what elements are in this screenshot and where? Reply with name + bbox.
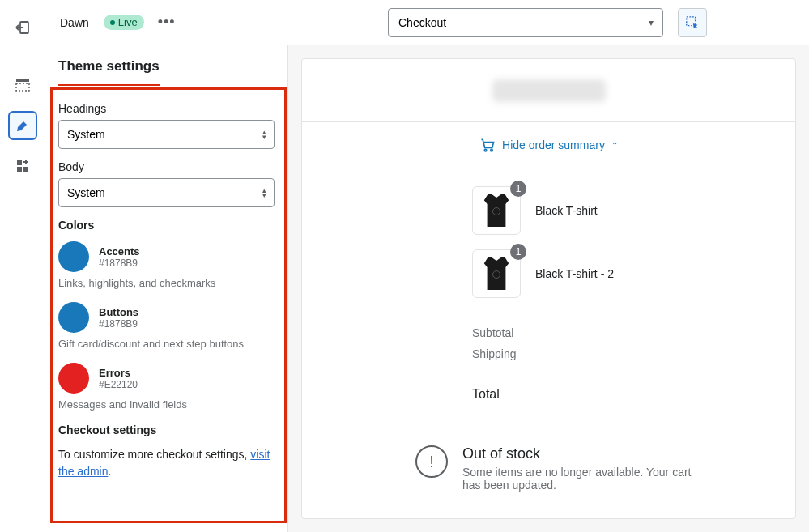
page-selector[interactable]: Checkout [388, 8, 663, 37]
svg-rect-2 [16, 83, 29, 91]
order-summary-toggle[interactable]: Hide order summary ⌃ [302, 122, 795, 168]
product-thumbnail: 1 [472, 186, 521, 235]
preview-pane: Hide order summary ⌃ 1 Black T-shirt [288, 45, 809, 532]
topbar: Dawn Live ••• Checkout [45, 0, 809, 45]
page-select-input[interactable]: Checkout [388, 8, 663, 37]
shipping-row: Shipping [472, 347, 706, 360]
subtotal-row: Subtotal [472, 326, 706, 339]
headings-select[interactable]: System [58, 120, 275, 149]
out-of-stock-alert: ! Out of stock Some items are no longer … [302, 428, 795, 501]
body-select[interactable]: System [58, 178, 275, 207]
more-actions-button[interactable]: ••• [155, 11, 178, 34]
sidebar-title: Theme settings [58, 45, 160, 86]
accents-swatch [58, 241, 89, 272]
color-errors[interactable]: Errors #E22120 Messages and invalid fiel… [58, 363, 275, 411]
body-label: Body [58, 160, 275, 173]
color-accents[interactable]: Accents #1878B9 Links, highlights, and c… [58, 241, 275, 289]
inspector-button[interactable] [678, 8, 707, 37]
item-name: Black T-shirt - 2 [535, 267, 614, 280]
total-row: Total [472, 372, 706, 402]
left-rail [0, 0, 45, 532]
settings-sidebar: Theme settings Headings System ▴▾ Body S… [45, 45, 288, 532]
svg-rect-4 [23, 167, 28, 172]
warning-icon: ! [415, 445, 448, 478]
svg-point-8 [491, 149, 493, 151]
alert-message: Some items are no longer available. Your… [462, 466, 706, 492]
svg-rect-1 [16, 79, 29, 82]
svg-rect-3 [17, 160, 22, 165]
qty-badge: 1 [510, 244, 526, 260]
theme-settings-icon[interactable] [8, 111, 37, 140]
exit-button[interactable] [8, 13, 37, 42]
item-name: Black T-shirt [535, 204, 598, 217]
headings-label: Headings [58, 102, 275, 115]
svg-rect-5 [17, 167, 22, 172]
checkout-help-text: To customize more checkout settings, vis… [58, 446, 275, 480]
buttons-swatch [58, 302, 89, 333]
errors-swatch [58, 363, 89, 394]
qty-badge: 1 [510, 181, 526, 197]
live-badge: Live [104, 15, 144, 30]
line-item: 1 Black T-shirt - 2 [472, 249, 706, 298]
preview-header [302, 59, 795, 122]
checkout-heading: Checkout settings [58, 423, 275, 436]
product-thumbnail: 1 [472, 249, 521, 298]
line-item: 1 Black T-shirt [472, 186, 706, 235]
apps-icon[interactable] [8, 151, 37, 181]
cart-icon [479, 137, 496, 153]
chevron-up-icon: ⌃ [611, 141, 618, 150]
color-buttons[interactable]: Buttons #1878B9 Gift card/discount and n… [58, 302, 275, 350]
theme-name: Dawn [60, 16, 89, 29]
sections-icon[interactable] [8, 70, 37, 100]
colors-heading: Colors [58, 219, 275, 232]
svg-point-7 [484, 149, 487, 151]
store-logo [492, 79, 606, 102]
alert-title: Out of stock [462, 445, 706, 462]
